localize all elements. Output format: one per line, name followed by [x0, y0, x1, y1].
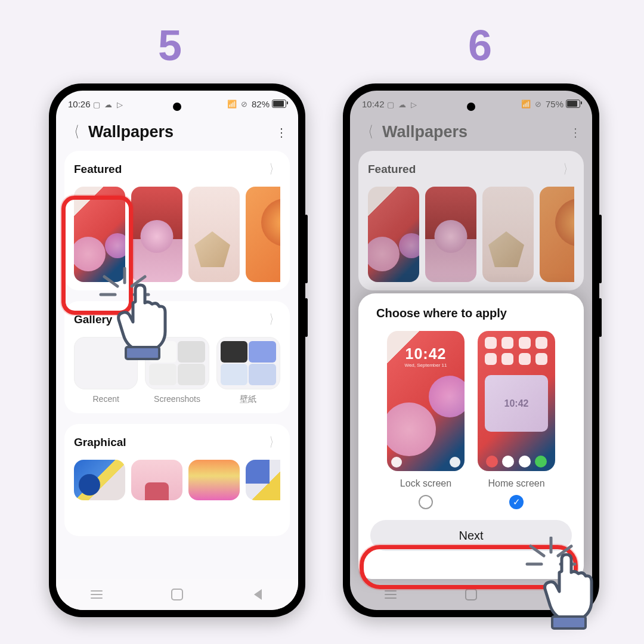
graphical-section: Graphical 〉 [64, 424, 290, 536]
modal-title: Choose where to apply [376, 306, 572, 320]
home-preview-icons [485, 337, 548, 365]
option-label-lock: Lock screen [387, 478, 465, 489]
wifi-icon: 📶 [227, 100, 238, 109]
radio-home-screen[interactable]: ✓ [509, 495, 524, 509]
back-icon[interactable]: 〈 [70, 122, 79, 143]
more-icon[interactable]: ⋯ [275, 126, 289, 138]
lock-preview-date: Wed, September 11 [387, 363, 465, 368]
wallpaper-thumb-3[interactable] [188, 187, 240, 282]
album-label: Recent [74, 394, 138, 404]
section-title-graphical: Graphical [74, 436, 126, 449]
no-sim-icon: ⊘ [241, 100, 249, 109]
tap-cursor-icon [519, 537, 620, 640]
featured-section: Featured 〉 [358, 151, 584, 290]
wallpaper-thumb-4[interactable] [540, 187, 574, 282]
back-icon[interactable]: 〈 [364, 122, 373, 143]
home-screen-preview: 10:42 [478, 331, 555, 471]
chevron-right-icon[interactable]: 〉 [564, 160, 571, 178]
lock-shortcut-right-icon [450, 457, 460, 467]
battery-indicator: 75% [546, 99, 580, 109]
status-time: 10:42 [362, 99, 385, 109]
lock-preview-time: 10:42 [387, 345, 465, 363]
svg-line-6 [531, 546, 544, 556]
status-left-icons: ▢ ☁ ▷ [93, 100, 124, 109]
no-sim-icon: ⊘ [535, 100, 543, 109]
wifi-icon: 📶 [521, 100, 532, 109]
page-header: 〈 Wallpapers ⋯ [56, 117, 298, 151]
nav-recent-icon[interactable] [384, 588, 397, 601]
wallpaper-thumb-3[interactable] [482, 187, 534, 282]
lock-shortcut-left-icon [391, 457, 402, 467]
status-left-icons: ▢ ☁ ▷ [387, 100, 418, 109]
lock-screen-preview: 10:42 Wed, September 11 [387, 331, 465, 471]
chevron-right-icon[interactable]: 〉 [270, 160, 277, 178]
page-title: Wallpapers [88, 123, 270, 141]
nav-home-icon[interactable] [465, 588, 478, 601]
graphical-thumb-1[interactable] [74, 460, 125, 500]
graphical-thumb-3[interactable] [188, 460, 240, 500]
gallery-album-wallpaper[interactable]: 壁紙 [216, 337, 280, 405]
page-title: Wallpapers [382, 123, 564, 141]
wallpaper-thumb-2[interactable] [425, 187, 476, 282]
option-label-home: Home screen [478, 478, 555, 489]
step-number-6: 6 [468, 21, 492, 70]
radio-lock-screen[interactable] [419, 495, 433, 509]
nav-home-icon[interactable] [171, 588, 184, 601]
album-label: Screenshots [145, 394, 209, 404]
more-icon[interactable]: ⋯ [569, 126, 583, 138]
step-number-5: 5 [158, 21, 182, 70]
album-label: 壁紙 [216, 394, 280, 405]
svg-rect-5 [126, 347, 159, 359]
section-title-featured: Featured [368, 163, 416, 176]
album-thumb [216, 337, 280, 389]
nav-back-icon[interactable] [251, 588, 264, 601]
svg-line-0 [104, 277, 117, 286]
page-header: 〈 Wallpapers ⋯ [350, 117, 592, 151]
battery-indicator: 82% [252, 99, 286, 109]
graphical-thumb-4[interactable] [246, 460, 280, 500]
tap-cursor-icon [92, 267, 194, 371]
wallpaper-thumb-4[interactable] [246, 187, 280, 282]
home-preview-dock [484, 456, 549, 467]
graphical-thumb-2[interactable] [131, 460, 182, 500]
navigation-bar [56, 579, 298, 610]
option-home-screen[interactable]: 10:42 Home screen ✓ [478, 331, 555, 509]
chevron-right-icon[interactable]: 〉 [270, 311, 277, 329]
home-preview-widget: 10:42 [485, 375, 548, 432]
chevron-right-icon[interactable]: 〉 [270, 434, 277, 451]
nav-recent-icon[interactable] [90, 588, 103, 601]
option-lock-screen[interactable]: 10:42 Wed, September 11 Lock screen [387, 331, 465, 509]
section-title-featured: Featured [74, 163, 122, 176]
wallpaper-thumb-1[interactable] [368, 187, 419, 282]
svg-rect-11 [552, 617, 586, 628]
status-time: 10:26 [68, 99, 91, 109]
